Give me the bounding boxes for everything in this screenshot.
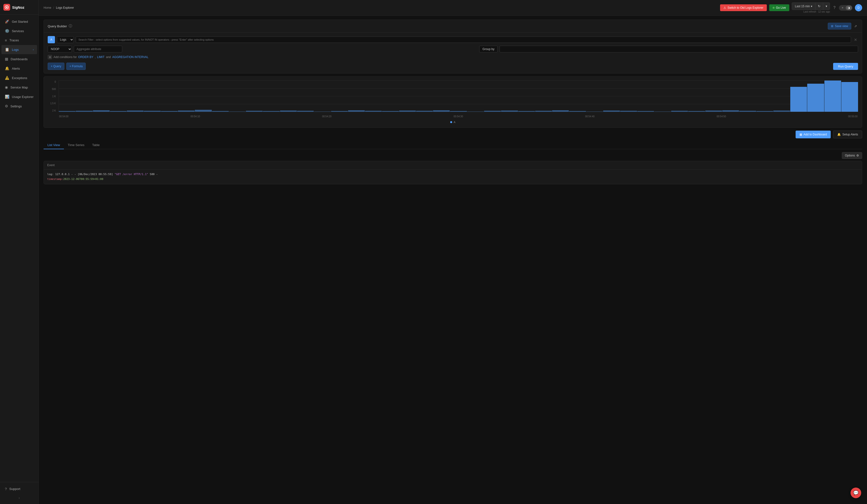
help-button[interactable]: ? xyxy=(832,4,836,11)
dashboard-icon: ▦ xyxy=(800,133,802,136)
chart-bar xyxy=(484,111,501,112)
theme-toggle[interactable]: ☀ ◑ xyxy=(839,5,853,11)
query-source-select[interactable]: Logs xyxy=(57,36,74,43)
chart-bar xyxy=(739,111,756,112)
chart-legend: A xyxy=(48,121,858,123)
chat-support-bubble[interactable]: 💬 xyxy=(850,487,861,498)
sidebar-item-get-started[interactable]: 🚀 Get Started xyxy=(1,17,37,26)
sidebar-item-usage-explorer[interactable]: 📊 Usage Explorer xyxy=(1,92,37,101)
sidebar-item-alerts[interactable]: 🔔 Alerts xyxy=(1,64,37,73)
breadcrumb-separator: / xyxy=(53,6,54,9)
sidebar-item-service-map[interactable]: ◉ Service Map xyxy=(1,83,37,92)
breadcrumb-home[interactable]: Home xyxy=(44,6,51,9)
chat-icon: 💬 xyxy=(853,490,858,495)
user-avatar[interactable]: D xyxy=(855,4,862,11)
sidebar-item-support[interactable]: ? Support xyxy=(1,484,37,493)
save-view-button[interactable]: ⊞ Save view xyxy=(828,23,851,30)
query-builder-title: Query Builder xyxy=(48,24,67,28)
logo-area: SigNoz xyxy=(0,0,39,15)
sidebar-item-exceptions[interactable]: ⚠️ Exceptions xyxy=(1,73,37,83)
live-dot xyxy=(773,7,774,9)
breadcrumb-current: Logs Explorer xyxy=(56,6,74,9)
chart-bar xyxy=(824,80,841,112)
noop-select[interactable]: NOOP xyxy=(48,46,72,53)
add-conditions-plus-icon[interactable]: ⊞ xyxy=(48,55,52,59)
logo-icon xyxy=(3,4,10,11)
y-label-2k: 2 K xyxy=(52,109,56,112)
toggle-light[interactable]: ☀ xyxy=(839,6,846,10)
exceptions-icon: ⚠️ xyxy=(5,76,9,80)
panel-actions: ⊞ Save view ⇗ xyxy=(828,23,858,30)
order-by-link[interactable]: ORDER BY xyxy=(78,55,94,59)
clear-filter-button[interactable]: ✕ xyxy=(853,36,858,43)
sidebar-item-label: Settings xyxy=(10,105,22,108)
chart-bar xyxy=(705,110,722,112)
chart-bar xyxy=(722,110,739,112)
timestamp-value: 2023-12-06T00:55:59+01:00 xyxy=(63,177,103,180)
event-header: Event xyxy=(44,161,862,169)
options-button[interactable]: Options ⚙ xyxy=(842,152,862,159)
chart-bar xyxy=(195,110,212,112)
limit-link[interactable]: LIMIT xyxy=(97,55,105,59)
gear-icon: ⚙ xyxy=(856,154,859,157)
sidebar-item-services[interactable]: ⚙️ Services xyxy=(1,26,37,35)
time-range-dropdown-button[interactable]: ▾ xyxy=(823,3,830,10)
share-button[interactable]: ⇗ xyxy=(853,23,858,29)
tab-time-series[interactable]: Time Series xyxy=(64,141,88,149)
warning-icon: ⚠ xyxy=(724,6,726,9)
run-query-button[interactable]: Run Query xyxy=(833,63,858,70)
main-content: Home / Logs Explorer ⚠ Switch to Old Log… xyxy=(39,0,867,504)
chart-bar xyxy=(399,110,416,112)
sidebar-item-label: Get Started xyxy=(12,20,28,23)
go-live-label: Go Live xyxy=(776,6,786,9)
last-refresh-info: Last refresh · 12 sec ago xyxy=(803,10,830,13)
add-query-button[interactable]: + Query xyxy=(48,63,64,70)
sidebar-item-dashboards[interactable]: ▦ Dashboards xyxy=(1,54,37,64)
chart-bar xyxy=(127,110,143,112)
tab-table[interactable]: Table xyxy=(88,141,104,149)
alerts-icon: 🔔 xyxy=(5,66,9,70)
x-label-6: 00:55:00 xyxy=(848,115,858,118)
y-label-1k: 1 K xyxy=(52,95,56,98)
sidebar-collapse-button[interactable]: ‹ xyxy=(0,494,39,502)
aggregate-input[interactable] xyxy=(74,46,122,53)
y-label-500: 500 xyxy=(52,88,56,90)
share-icon: ⇗ xyxy=(854,24,857,28)
group-by-label: Group by xyxy=(482,47,494,51)
switch-to-old-logs-button[interactable]: ⚠ Switch to Old Logs Explorer xyxy=(720,4,767,11)
chart-bar xyxy=(161,111,178,112)
chart-bar xyxy=(178,110,195,112)
aggregation-interval-link[interactable]: AGGREGATION INTERVAL xyxy=(112,55,148,59)
chart-bar xyxy=(807,84,824,112)
query-filter-input[interactable] xyxy=(76,36,851,43)
sidebar-item-settings[interactable]: ⚙ Settings xyxy=(1,101,37,111)
y-label-0: 0 xyxy=(54,80,56,83)
group-by-button[interactable]: Group by xyxy=(479,46,497,53)
chart-bar xyxy=(331,111,348,112)
toggle-dark[interactable]: ◑ xyxy=(846,6,852,10)
and-text: and xyxy=(106,55,111,59)
tab-list-view[interactable]: List View xyxy=(44,141,64,149)
query-row-1: A Logs ✕ xyxy=(48,36,858,43)
log-url: "GET /error HTTP/1.1" xyxy=(115,173,148,176)
y-label-1-5k: 1.5 K xyxy=(50,102,56,105)
add-formula-button[interactable]: + Formula xyxy=(66,63,86,70)
chart-bar xyxy=(297,111,314,112)
refresh-button[interactable]: ↻ xyxy=(815,3,823,10)
sidebar-item-traces[interactable]: ≡ Traces xyxy=(1,36,37,45)
time-range-button[interactable]: Last 15 min ▾ xyxy=(792,3,815,10)
sidebar-item-logs[interactable]: 📋 Logs › xyxy=(1,45,37,54)
group-by-input[interactable] xyxy=(500,46,858,53)
chart-bar xyxy=(603,110,620,112)
panel-title: Query Builder ⓘ xyxy=(48,24,72,28)
traces-icon: ≡ xyxy=(5,38,7,42)
x-label-1: 00:54:10 xyxy=(191,115,200,118)
setup-alerts-button[interactable]: 🔔 Setup Alerts xyxy=(833,131,862,138)
sidebar-item-label: Exceptions xyxy=(12,76,27,80)
chart-bar xyxy=(93,110,110,112)
sidebar-item-label: Alerts xyxy=(12,67,20,70)
go-live-button[interactable]: Go Live xyxy=(769,4,789,11)
dashboards-icon: ▦ xyxy=(5,57,8,61)
query-label-button[interactable]: A xyxy=(48,36,55,43)
add-to-dashboard-button[interactable]: ▦ Add to Dashboard xyxy=(795,131,831,138)
